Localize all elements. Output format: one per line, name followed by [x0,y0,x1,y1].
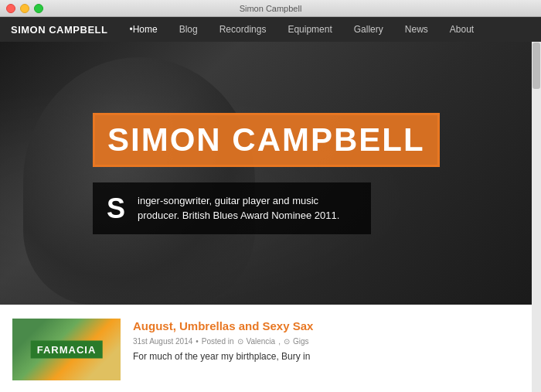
category-separator: , [278,337,281,346]
close-button[interactable] [6,4,15,13]
hero-subtitle: inger-songwriter, guitar player and musi… [138,193,357,223]
nav-item-home[interactable]: Home [118,17,168,42]
location-icon: ⊙ [237,337,243,346]
post-meta-prefix: Posted in [202,337,234,346]
nav-item-recordings[interactable]: Recordings [209,17,277,42]
post-meta: 31st August 2014 • Posted in ⊙ Valencia … [133,337,529,346]
post-image: FARMACIA [12,319,121,380]
hero-drop-cap: S [107,195,125,223]
post-category[interactable]: Gigs [293,337,309,346]
hero-section: SIMON CAMPBELL S inger-songwriter, guita… [0,42,541,305]
window-buttons [6,4,43,13]
hero-subtitle-box: S inger-songwriter, guitar player and mu… [93,182,371,234]
page-container: Simon Campbell SIMON CAMPBELL Home Blog … [0,0,541,392]
window-title: Simon Campbell [240,4,302,13]
post-location[interactable]: Valencia [247,337,276,346]
nav-item-gallery[interactable]: Gallery [343,17,394,42]
nav-item-blog[interactable]: Blog [168,17,209,42]
post-title[interactable]: August, Umbrellas and Sexy Sax [133,319,529,334]
maximize-button[interactable] [34,4,43,13]
category-icon: ⊙ [284,337,290,346]
post-content: August, Umbrellas and Sexy Sax 31st Augu… [133,319,529,378]
hero-content: SIMON CAMPBELL S inger-songwriter, guita… [0,42,541,305]
minimize-button[interactable] [20,4,29,13]
nav-item-news[interactable]: News [394,17,439,42]
scrollbar[interactable] [532,42,541,392]
farmacia-sign-text: FARMACIA [31,341,103,359]
nav-item-about[interactable]: About [439,17,485,42]
hero-title: SIMON CAMPBELL [107,121,425,159]
nav-item-equipment[interactable]: Equipment [277,17,342,42]
nav-brand[interactable]: SIMON CAMPBELL [0,24,118,36]
window-chrome: Simon Campbell [0,0,541,17]
nav-items: Home Blog Recordings Equipment Gallery N… [118,17,485,42]
navbar: SIMON CAMPBELL Home Blog Recordings Equi… [0,17,541,42]
post-date: 31st August 2014 [133,337,192,346]
post-excerpt: For much of the year my birthplace, Bury… [133,350,529,363]
scrollbar-thumb[interactable] [532,43,540,89]
content-area: FARMACIA August, Umbrellas and Sexy Sax … [0,305,541,392]
hero-title-box: SIMON CAMPBELL [93,113,440,167]
post-meta-separator: • [196,337,199,346]
